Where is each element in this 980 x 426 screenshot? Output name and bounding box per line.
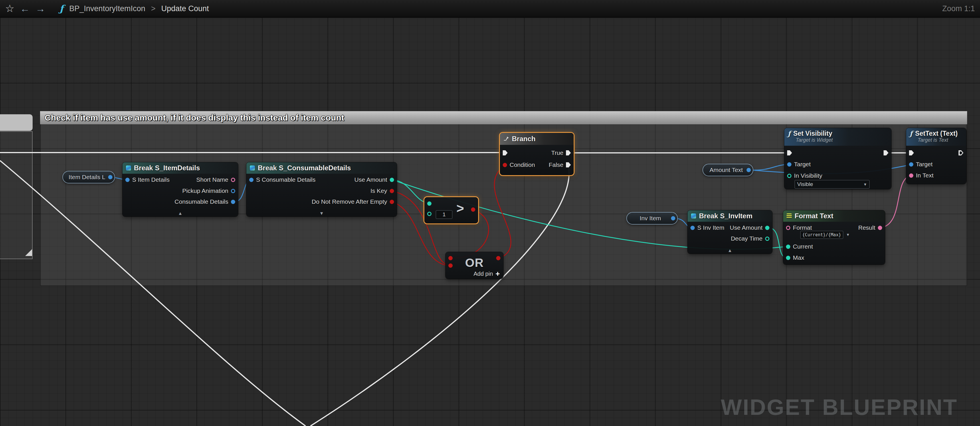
node-title: Break S_ConsumableDetails bbox=[258, 164, 351, 172]
variable-get-inv-item[interactable]: Inv Item bbox=[626, 212, 678, 225]
output-pin-use-amount[interactable] bbox=[390, 178, 394, 182]
input-pin-target[interactable] bbox=[787, 162, 791, 166]
input-pin-a[interactable] bbox=[427, 201, 431, 206]
input-pin-2[interactable] bbox=[449, 263, 453, 268]
exec-output-pin-false[interactable] bbox=[566, 162, 571, 168]
function-icon: ƒ bbox=[910, 130, 913, 137]
pin-label: Consumable Details bbox=[175, 198, 228, 205]
back-arrow-icon[interactable]: ← bbox=[20, 4, 30, 13]
output-pin-result[interactable] bbox=[471, 207, 475, 212]
output-pin-item-details[interactable] bbox=[108, 175, 113, 179]
pin-label: In Visibility bbox=[794, 172, 822, 179]
branch-icon bbox=[503, 136, 509, 142]
pin-label: Do Not Remove After Empty bbox=[312, 198, 387, 205]
favorite-star-icon[interactable]: ☆ bbox=[5, 3, 14, 14]
node-set-text[interactable]: ƒ SetText (Text) Target is Text Target I… bbox=[906, 128, 966, 184]
input-pin-b[interactable] bbox=[427, 212, 431, 216]
value-input[interactable]: 1 bbox=[436, 210, 452, 219]
pin-label: False bbox=[549, 162, 563, 168]
node-title: Set Visibility bbox=[793, 130, 832, 138]
wire-amounttext-setvis bbox=[751, 164, 789, 170]
breadcrumb-separator-icon: > bbox=[151, 4, 156, 13]
input-pin-s-inv-item[interactable] bbox=[690, 226, 695, 230]
output-pin-is-key[interactable] bbox=[390, 189, 394, 193]
text-format-icon bbox=[787, 214, 792, 219]
node-header: ƒ SetText (Text) Target is Text bbox=[906, 128, 966, 146]
node-header: Break S_ItemDetails bbox=[123, 162, 238, 174]
node-header: ƒ Set Visibility Target is Widget bbox=[784, 128, 891, 146]
exec-input-pin[interactable] bbox=[503, 150, 508, 155]
expand-arrow-icon[interactable]: ▼ bbox=[319, 211, 324, 216]
add-pin-button[interactable]: Add pin + bbox=[474, 270, 500, 277]
exec-output-pin[interactable] bbox=[959, 150, 963, 155]
input-pin-max[interactable] bbox=[786, 256, 790, 260]
exec-input-pin[interactable] bbox=[909, 150, 914, 155]
pin-label: Short Name bbox=[196, 176, 228, 183]
input-pin-s-consumable-details[interactable] bbox=[249, 178, 253, 182]
blueprint-graph-canvas[interactable]: ☆ ← → ƒ BP_InventoryItemIcon > Update Co… bbox=[0, 0, 980, 426]
exec-output-pin[interactable] bbox=[884, 150, 888, 155]
input-pin-current[interactable] bbox=[786, 245, 790, 249]
greater-than-symbol: > bbox=[457, 202, 464, 215]
output-pin-short-name[interactable] bbox=[231, 178, 235, 182]
struct-icon bbox=[250, 165, 255, 171]
comment-title: Check if item has use amount, if it does… bbox=[45, 113, 344, 123]
variable-get-item-details[interactable]: Item Details L bbox=[62, 171, 115, 184]
node-or-gate[interactable]: OR Add pin + bbox=[445, 252, 503, 279]
output-pin-do-not-remove[interactable] bbox=[390, 200, 394, 204]
output-pin-use-amount[interactable] bbox=[765, 226, 769, 230]
dropdown-arrow-icon[interactable]: ▼ bbox=[846, 233, 850, 237]
node-header: Branch bbox=[500, 133, 574, 145]
node-title: Format Text bbox=[795, 212, 834, 220]
exec-input-pin[interactable] bbox=[787, 150, 792, 155]
node-title: Break S_InvItem bbox=[699, 212, 752, 220]
input-pin-format[interactable] bbox=[786, 226, 790, 230]
toolbar: ☆ ← → ƒ BP_InventoryItemIcon > Update Co… bbox=[0, 0, 980, 17]
pin-label: Result bbox=[858, 224, 875, 231]
output-pin-amount-text[interactable] bbox=[746, 168, 751, 172]
node-break-s-itemdetails[interactable]: Break S_ItemDetails S Item Details Short… bbox=[123, 162, 238, 217]
forward-arrow-icon[interactable]: → bbox=[35, 4, 45, 13]
function-icon: ƒ bbox=[788, 130, 791, 137]
input-pin-in-text[interactable] bbox=[909, 173, 913, 178]
dropdown-arrow-icon: ▼ bbox=[863, 182, 867, 187]
collapse-arrow-icon[interactable]: ▲ bbox=[178, 211, 183, 216]
output-pin-pickup-animation[interactable] bbox=[231, 189, 235, 193]
output-pin-inv-item[interactable] bbox=[671, 216, 675, 220]
node-title: SetText (Text) bbox=[915, 130, 958, 138]
pin-label: Target bbox=[794, 161, 811, 168]
struct-icon bbox=[691, 214, 696, 219]
breadcrumb-root[interactable]: BP_InventoryItemIcon bbox=[69, 4, 145, 13]
pin-label: In Text bbox=[916, 172, 933, 179]
exec-output-pin-true[interactable] bbox=[566, 150, 571, 155]
node-set-visibility[interactable]: ƒ Set Visibility Target is Widget Target… bbox=[784, 128, 891, 189]
output-pin-result[interactable] bbox=[878, 226, 882, 230]
node-header: Break S_ConsumableDetails bbox=[247, 162, 397, 174]
format-value-input[interactable]: {Current}/{Max} bbox=[800, 231, 843, 239]
input-pin-s-item-details[interactable] bbox=[125, 178, 130, 182]
wire-useamount-greater bbox=[392, 180, 429, 203]
input-pin-target[interactable] bbox=[909, 162, 913, 166]
node-header: Break S_InvItem bbox=[687, 210, 772, 222]
pin-label: Use Amount bbox=[355, 176, 387, 183]
breadcrumb-current[interactable]: Update Count bbox=[161, 4, 209, 13]
node-break-s-invitem[interactable]: Break S_InvItem S Inv Item Use Amount De… bbox=[687, 210, 772, 254]
node-branch[interactable]: Branch Condition True False bbox=[500, 133, 574, 175]
function-icon: ƒ bbox=[59, 3, 64, 14]
node-header: Format Text bbox=[783, 210, 885, 222]
node-format-text[interactable]: Format Text Format {Current}/{Max} ▼ Cur… bbox=[783, 210, 885, 264]
collapse-arrow-icon[interactable]: ▲ bbox=[728, 248, 732, 253]
input-pin-in-visibility[interactable] bbox=[787, 174, 791, 178]
output-pin-decay-time[interactable] bbox=[765, 237, 769, 241]
comment-box-header[interactable]: Check if item has use amount, if it does… bbox=[40, 111, 967, 124]
input-pin-1[interactable] bbox=[449, 256, 453, 260]
output-pin-result[interactable] bbox=[496, 256, 500, 260]
visibility-dropdown[interactable]: Visible ▼ bbox=[795, 180, 870, 188]
node-greater-than[interactable]: 1 > bbox=[424, 197, 478, 223]
input-pin-condition[interactable] bbox=[503, 163, 507, 167]
node-subtitle: Target is Text bbox=[918, 137, 963, 143]
node-break-s-consumabledetails[interactable]: Break S_ConsumableDetails S Consumable D… bbox=[247, 162, 397, 217]
variable-get-amount-text[interactable]: Amount Text bbox=[702, 164, 753, 176]
output-pin-consumable-details[interactable] bbox=[231, 200, 235, 204]
pin-label: Use Amount bbox=[730, 224, 762, 231]
